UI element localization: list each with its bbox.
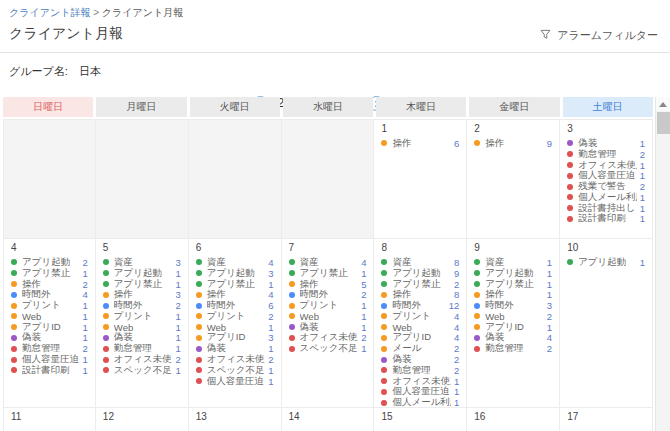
alarm-item[interactable]: スペック不足1 [289,343,367,354]
calendar-day-cell[interactable]: 8資産8アプリ起動9アプリ禁止2操作8時間外12プリント4Web4アプリID4メ… [374,239,467,407]
red-status-dot-icon [196,378,202,384]
calendar-day-cell[interactable]: 4アプリ起動2アプリ禁止1操作2時間外4プリント1Web1アプリID1偽装1勤怠… [3,239,96,407]
alarm-count: 4 [83,289,88,300]
orange-status-dot-icon [11,324,17,330]
alarm-count: 3 [175,257,180,268]
calendar-day-cell[interactable]: 5資産3アプリ起動1アプリ禁止1操作3時間外2プリント1Web1偽装1勤怠管理1… [96,239,189,407]
alarm-count: 1 [640,257,645,268]
scrollbar-thumb[interactable] [657,112,670,134]
orange-status-dot-icon [196,324,202,330]
alarm-count: 1 [361,300,366,311]
orange-status-dot-icon [381,324,387,330]
alarm-item[interactable]: 勤怠管理2 [474,343,552,354]
client-monthly-report-page: クライアント詳報 > クライアント月報 クライアント月報 アラームフィルター グ… [0,0,670,431]
red-status-dot-icon [196,357,202,363]
alarm-count: 2 [454,354,459,365]
calendar-day-cell[interactable]: 14 [282,408,375,431]
orange-status-dot-icon [474,292,480,298]
calendar-day-cell[interactable]: 12 [96,408,189,431]
orange-status-dot-icon [289,281,295,287]
calendar-day-cell[interactable]: 3偽装1勤怠管理2オフィス未使用1個人容量圧迫1残業で警告2個人メール利用1設計… [560,120,653,238]
alarm-item[interactable]: プリント1 [103,311,181,322]
alarm-count: 2 [454,343,459,354]
weekday-header-weekday-1: 月曜日 [96,97,186,117]
calendar-day-cell[interactable]: 15 [374,408,467,431]
alarm-count: 1 [640,160,645,171]
alarm-item[interactable]: プリント1 [11,300,88,311]
calendar-day-cell[interactable]: 17 [560,408,653,431]
day-number: 2 [474,123,552,138]
calendar-day-cell[interactable]: 6資産4アプリ起動3アプリ禁止1操作4時間外6プリント2Web1アプリID3偽装… [189,239,282,407]
calendar-empty-cell [282,120,375,238]
alarm-label: スペック不足 [300,342,359,355]
alarm-item[interactable]: 個人容量圧迫1 [196,376,274,387]
calendar-day-cell[interactable]: 11 [3,408,96,431]
calendar-day-cell[interactable]: 2操作9 [467,120,560,238]
alarm-count: 4 [454,322,459,333]
calendar-weeks: 1操作62操作93偽装1勤怠管理2オフィス未使用1個人容量圧迫1残業で警告2個人… [3,119,653,431]
orange-status-dot-icon [381,346,387,352]
red-status-dot-icon [103,367,109,373]
alarm-count: 2 [175,300,180,311]
alarm-count: 1 [361,343,366,354]
alarm-item[interactable]: 時間外3 [474,300,552,311]
alarm-count: 1 [175,268,180,279]
red-status-dot-icon [196,367,202,373]
alarm-count: 1 [175,279,180,290]
alarm-item[interactable]: プリント1 [289,300,367,311]
group-name-value: 日本 [79,65,101,77]
calendar-day-cell[interactable]: 10アプリ起動1 [560,239,653,407]
alarm-item[interactable]: アプリ起動1 [567,257,645,268]
alarm-item[interactable]: 設計書印刷1 [567,214,645,225]
calendar-day-cell[interactable]: 13 [189,408,282,431]
red-status-dot-icon [11,346,17,352]
orange-status-dot-icon [103,292,109,298]
orange-status-dot-icon [103,313,109,319]
alarm-count: 2 [175,354,180,365]
green-status-dot-icon [474,270,480,276]
purple-status-dot-icon [103,335,109,341]
alarm-item[interactable]: 設計書印刷1 [11,365,88,376]
breadcrumb-parent-link[interactable]: クライアント詳報 [9,7,90,18]
orange-status-dot-icon [11,303,17,309]
day-number: 6 [196,242,274,257]
alarm-item[interactable]: スペック不足1 [103,365,181,376]
alarm-item[interactable]: プリント2 [196,311,274,322]
day-number: 12 [103,411,181,426]
alarm-count: 1 [268,376,273,387]
alarm-count: 4 [268,289,273,300]
breadcrumb-separator: > [93,7,99,18]
alarm-label: スペック不足 [114,364,173,377]
alarm-count: 1 [454,397,459,407]
alarm-item[interactable]: 操作9 [474,138,552,149]
alarm-count: 2 [547,311,552,322]
orange-status-dot-icon [289,313,295,319]
page-title: クライアント月報 [9,25,123,43]
scroll-up-button[interactable] [656,97,670,111]
weekday-header-row: 日曜日月曜日火曜日水曜日木曜日金曜日土曜日 [3,97,653,117]
alarm-item[interactable]: 個人メール利用1 [381,397,459,407]
alarm-count: 2 [268,311,273,322]
alarm-filter-button[interactable]: アラームフィルター [540,28,658,43]
red-status-dot-icon [381,400,387,406]
purple-status-dot-icon [196,346,202,352]
alarm-count: 1 [268,322,273,333]
red-status-dot-icon [567,173,573,179]
calendar-day-cell[interactable]: 1操作6 [374,120,467,238]
alarm-item[interactable]: プリント4 [381,311,459,322]
alarm-count: 4 [268,257,273,268]
alarm-count: 6 [268,300,273,311]
alarm-count: 1 [83,268,88,279]
calendar-scrollbar[interactable] [655,97,670,431]
alarm-label: 個人メール利用 [392,396,451,407]
alarm-count: 1 [175,311,180,322]
calendar-day-cell[interactable]: 9資産1アプリ起動1アプリ禁止1操作1時間外3Web2アプリID1偽装4勤怠管理… [467,239,560,407]
calendar-day-cell[interactable]: 16 [467,408,560,431]
day-number: 14 [289,411,367,426]
calendar-day-cell[interactable]: 7資産4アプリ禁止1操作5時間外2プリント1Web1偽装1オフィス未使用2スペッ… [282,239,375,407]
alarm-count: 1 [268,365,273,376]
alarm-count: 4 [454,311,459,322]
alarm-item[interactable]: 操作6 [381,138,459,149]
green-status-dot-icon [196,281,202,287]
green-status-dot-icon [103,259,109,265]
